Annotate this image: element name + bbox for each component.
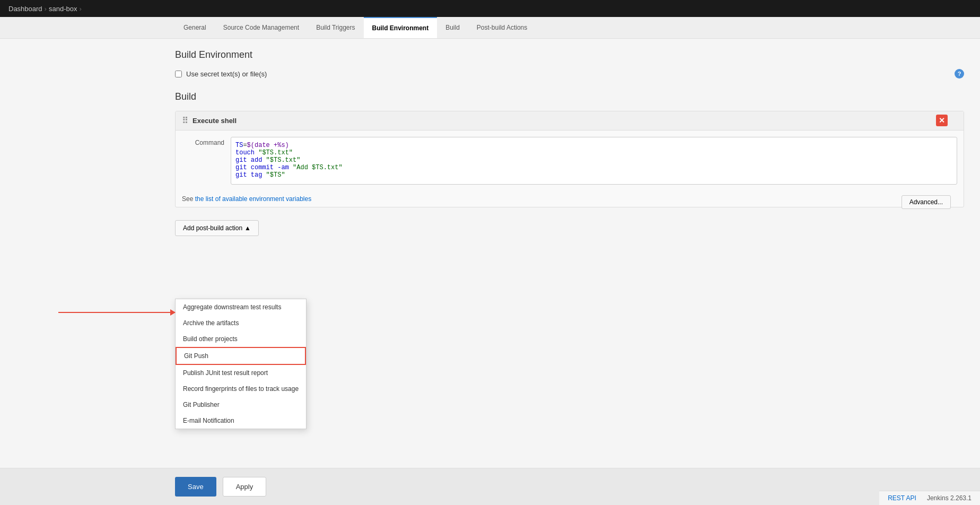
use-secret-help-icon[interactable]: ?: [955, 69, 964, 79]
tab-general[interactable]: General: [175, 17, 215, 38]
dropdown-item-email-notification[interactable]: E-mail Notification: [176, 413, 306, 429]
tab-build-environment[interactable]: Build Environment: [364, 17, 438, 38]
chevron-up-icon: ▲: [244, 224, 251, 232]
code-line-4: git commit -am "Add $TS.txt": [235, 164, 952, 171]
topbar: Dashboard › sand-box ›: [0, 0, 980, 17]
use-secret-checkbox[interactable]: [175, 71, 182, 77]
add-post-build-label: Add post-build action: [183, 224, 242, 232]
code-line-5: git tag "$TS": [235, 171, 952, 179]
code-line-1: TS=$(date +%s): [235, 142, 952, 149]
save-button[interactable]: Save: [175, 477, 216, 497]
tab-post-build-actions[interactable]: Post-build Actions: [468, 17, 536, 38]
main-content: General Source Code Management Build Tri…: [0, 17, 980, 505]
breadcrumb-dashboard[interactable]: Dashboard: [8, 5, 42, 13]
dropdown-item-build-other[interactable]: Build other projects: [176, 331, 306, 347]
env-link-row: See the list of available environment va…: [176, 191, 964, 207]
build-environment-title: Build Environment: [175, 49, 964, 60]
build-environment-section: Build Environment Use secret text(s) or …: [175, 49, 964, 79]
build-section: Build ⠿ Execute shell ✕ Command TS=$(dat…: [175, 91, 964, 207]
footer: REST API Jenkins 2.263.1: [879, 491, 980, 505]
breadcrumb-sep-2: ›: [79, 5, 81, 13]
action-buttons-row: Save Apply: [0, 468, 980, 505]
dropdown-item-archive[interactable]: Archive the artifacts: [176, 315, 306, 331]
build-title: Build: [175, 91, 964, 102]
dropdown-item-git-push[interactable]: Git Push: [176, 347, 306, 365]
tab-build-triggers[interactable]: Build Triggers: [308, 17, 363, 38]
apply-button[interactable]: Apply: [223, 477, 267, 497]
tab-build[interactable]: Build: [437, 17, 468, 38]
execute-shell-card: ⠿ Execute shell ✕ Command TS=$(date +%s)…: [175, 111, 964, 207]
dropdown-menu: Aggregate downstream test results Archiv…: [175, 299, 307, 429]
tab-source-code-management[interactable]: Source Code Management: [215, 17, 308, 38]
dropdown-item-git-publisher[interactable]: Git Publisher: [176, 397, 306, 413]
add-post-build-button[interactable]: Add post-build action ▲: [175, 220, 259, 236]
dashboard-link[interactable]: Dashboard: [8, 5, 42, 13]
advanced-button[interactable]: Advanced...: [902, 195, 951, 209]
page-body: Build Environment Use secret text(s) or …: [0, 39, 980, 468]
post-build-section: Add post-build action ▲: [175, 220, 964, 236]
dropdown-item-publish-junit[interactable]: Publish JUnit test result report: [176, 365, 306, 381]
command-editor[interactable]: TS=$(date +%s) touch "$TS.txt" git add "…: [231, 137, 957, 185]
breadcrumb-sep-1: ›: [45, 5, 47, 13]
sandbox-link[interactable]: sand-box: [49, 5, 77, 13]
code-line-3: git add "$TS.txt": [235, 156, 952, 164]
dropdown-item-record-fingerprints[interactable]: Record fingerprints of files to track us…: [176, 381, 306, 397]
drag-handle-icon[interactable]: ⠿: [182, 116, 188, 126]
use-secret-row: Use secret text(s) or file(s) ?: [175, 69, 964, 79]
dropdown-item-aggregate[interactable]: Aggregate downstream test results: [176, 299, 306, 315]
jenkins-version: Jenkins 2.263.1: [927, 494, 972, 502]
use-secret-label: Use secret text(s) or file(s): [186, 70, 267, 78]
execute-shell-header: ⠿ Execute shell: [176, 111, 964, 130]
arrow-annotation: [58, 312, 175, 313]
delete-execute-shell-button[interactable]: ✕: [936, 115, 948, 126]
tabs-row: General Source Code Management Build Tri…: [0, 17, 980, 39]
command-label: Command: [182, 137, 224, 185]
arrow-line: [58, 312, 175, 313]
execute-shell-label: Execute shell: [192, 117, 237, 125]
breadcrumb-sandbox[interactable]: sand-box: [49, 5, 77, 13]
rest-api-link[interactable]: REST API: [888, 494, 916, 502]
command-row: Command TS=$(date +%s) touch "$TS.txt" g…: [182, 137, 957, 185]
code-line-2: touch "$TS.txt": [235, 149, 952, 156]
execute-shell-body: Command TS=$(date +%s) touch "$TS.txt" g…: [176, 130, 964, 191]
env-variables-link[interactable]: the list of available environment variab…: [195, 195, 311, 203]
